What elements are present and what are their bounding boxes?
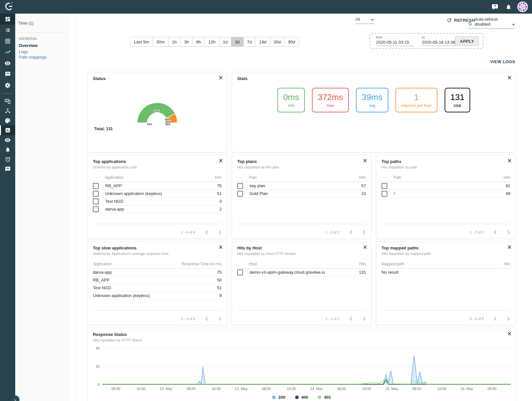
- table-row: Gold Plan23: [237, 190, 366, 198]
- column-header: Mapped path: [382, 262, 504, 266]
- sidebar-item-analytics-trend-icon[interactable]: [0, 47, 15, 58]
- time-range-1d[interactable]: 1d: [219, 37, 231, 46]
- sidebar-item-chat-icon[interactable]: [0, 164, 15, 174]
- gravitee-logo[interactable]: [3, 0, 15, 13]
- time-range-group: Last 5m30m1h3h6h12h1d3d7d14d30d90d: [130, 37, 299, 47]
- pagination-next-button[interactable]: [362, 316, 366, 321]
- pagination-next-button[interactable]: [218, 316, 222, 321]
- sidebar-item-path-mappings[interactable]: Path mappings: [19, 55, 47, 60]
- sidebar-item-apis-list-icon[interactable]: [0, 25, 15, 36]
- close-icon[interactable]: ×: [219, 156, 223, 166]
- row-checkbox[interactable]: [382, 183, 387, 189]
- time-range-last-5m[interactable]: Last 5m: [130, 37, 153, 46]
- api-filter-value: All: [355, 17, 360, 22]
- time-range-3h[interactable]: 3h: [181, 37, 193, 46]
- table-header: PlanHits: [237, 173, 366, 182]
- sidebar-item-applications-icon[interactable]: [0, 36, 15, 47]
- close-icon[interactable]: ×: [219, 243, 223, 252]
- time-range-3d[interactable]: 3d: [231, 37, 243, 46]
- time-range-6h[interactable]: 6h: [193, 37, 205, 46]
- time-range-30m[interactable]: 30m: [153, 37, 168, 46]
- column-header: Application: [93, 262, 182, 266]
- close-icon[interactable]: ×: [363, 243, 367, 252]
- close-icon[interactable]: ×: [219, 74, 223, 83]
- close-icon[interactable]: ×: [507, 74, 512, 83]
- x-axis-tick: 08:00: [187, 387, 196, 391]
- close-icon[interactable]: ×: [507, 243, 512, 252]
- time-range-14d[interactable]: 14d: [256, 37, 270, 46]
- sidebar-item-audit-eye-icon[interactable]: [0, 58, 15, 69]
- row-checkbox[interactable]: [237, 269, 243, 275]
- column-header: Hits: [215, 175, 222, 180]
- pager-divider: [93, 310, 222, 311]
- date-range-filter: from 2020-05-11 03:15 to 2020-05-16 13:3…: [370, 33, 483, 49]
- row-name: RB_APP: [105, 183, 217, 188]
- legend-item-401[interactable]: 401: [318, 395, 331, 400]
- sidebar-item-logs[interactable]: Logs: [19, 49, 28, 54]
- row-checkbox[interactable]: [93, 183, 99, 189]
- pagination-next-button[interactable]: [218, 230, 222, 235]
- pagination-prev-button[interactable]: [349, 230, 353, 235]
- sidebar-item-logs-eye-icon[interactable]: [0, 135, 15, 145]
- notifications-bell-icon[interactable]: [503, 1, 514, 12]
- sidebar-item-theme-palette-icon[interactable]: [0, 116, 15, 125]
- time-range-90d[interactable]: 90d: [284, 37, 299, 46]
- close-icon[interactable]: ×: [507, 329, 512, 338]
- row-checkbox[interactable]: [93, 206, 99, 212]
- autorefresh-select[interactable]: Auto-refresh disabled: [468, 17, 515, 29]
- pager-divider: [237, 224, 366, 224]
- sidebar-item-overview[interactable]: Overview: [19, 43, 38, 48]
- pagination-prev-button[interactable]: [205, 230, 208, 235]
- stat-value: 1: [414, 92, 418, 102]
- pagination-prev-button[interactable]: [205, 316, 208, 321]
- row-value: 23: [361, 191, 366, 196]
- time-range-1h[interactable]: 1h: [169, 37, 181, 46]
- pagination-next-button[interactable]: [362, 230, 366, 235]
- api-filter-select[interactable]: All: [355, 17, 374, 24]
- row-checkbox[interactable]: [93, 199, 99, 204]
- pagination-next-button[interactable]: [507, 230, 510, 235]
- legend-item-200[interactable]: 200: [272, 395, 285, 400]
- sidebar-item-portal-devices-icon[interactable]: [0, 96, 15, 106]
- time-range-30d[interactable]: 30d: [270, 37, 285, 46]
- pagination-range: 1 - 2 of 2: [326, 230, 339, 234]
- to-date-input[interactable]: 2020-05-16 13:38: [422, 40, 460, 46]
- sidebar-item-dashboard-icon[interactable]: [0, 14, 15, 25]
- help-icon[interactable]: ?: [489, 1, 500, 12]
- sidebar-item-messages-icon[interactable]: [0, 69, 15, 80]
- pagination-next-button[interactable]: [507, 316, 510, 321]
- stat-label: requests per hour: [401, 103, 432, 108]
- y-axis-tick: 20: [96, 364, 100, 368]
- pagination-prev-button[interactable]: [493, 230, 497, 235]
- sidebar-item-analytics-barchart-icon[interactable]: [0, 125, 15, 135]
- time-range-12h[interactable]: 12h: [205, 37, 219, 46]
- row-checkbox[interactable]: [237, 191, 243, 197]
- table-row: Test NGD3: [93, 198, 222, 205]
- from-date-input[interactable]: 2020-05-11 03:15: [376, 40, 414, 46]
- sidebar-item-api-design-sitemap-icon[interactable]: [0, 106, 15, 116]
- pagination-prev-button[interactable]: [493, 316, 497, 321]
- row-checkbox[interactable]: [237, 183, 243, 189]
- view-logs-link[interactable]: VIEW LOGS: [490, 59, 515, 64]
- sidebar-item-settings-gear-icon[interactable]: [0, 80, 15, 91]
- user-avatar[interactable]: [517, 1, 528, 12]
- apply-button[interactable]: APPLY: [455, 36, 479, 46]
- table-row: Unknown application (keyless)51: [93, 190, 222, 198]
- table-header: HostHits: [237, 260, 366, 269]
- time-range-7d[interactable]: 7d: [244, 37, 256, 46]
- sidebar-item-alerts-bell-icon[interactable]: [0, 145, 15, 155]
- row-value: 51: [217, 285, 222, 290]
- close-icon[interactable]: ×: [363, 156, 367, 166]
- legend-item-400[interactable]: 400: [295, 395, 308, 400]
- time-section-label: Time (1): [18, 21, 34, 26]
- legend-dot: [318, 395, 321, 399]
- close-icon[interactable]: ×: [507, 156, 512, 166]
- x-axis-tick: 16:00: [137, 387, 146, 391]
- row-checkbox[interactable]: [382, 191, 387, 197]
- sidebar-item-alarm-clock-icon[interactable]: [0, 155, 15, 164]
- pagination-prev-button[interactable]: [349, 316, 353, 321]
- row-value: 131: [359, 270, 366, 275]
- pagination: 1 - 4 of 4: [181, 230, 222, 235]
- content-divider: [76, 14, 77, 401]
- row-checkbox[interactable]: [93, 191, 99, 197]
